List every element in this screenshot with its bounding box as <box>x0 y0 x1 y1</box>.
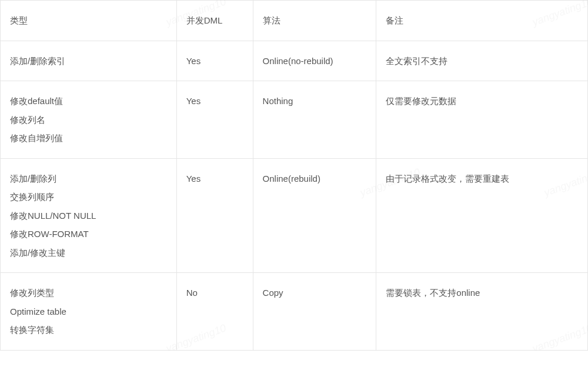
cell-note: 需要锁表，不支持online <box>376 273 588 351</box>
type-line: 交换列顺序 <box>10 188 167 206</box>
type-line: 修改列类型 <box>10 284 167 302</box>
cell-note: 全文索引不支持 <box>376 41 588 81</box>
type-line: 修改default值 <box>10 92 167 111</box>
table-row: 修改列类型 Optimize table 转换字符集 No Copy 需要锁表，… <box>1 273 588 351</box>
header-algo: 算法 <box>253 1 376 41</box>
table-header-row: 类型 并发DML 算法 备注 <box>1 1 588 41</box>
cell-type: 修改列类型 Optimize table 转换字符集 <box>1 273 177 351</box>
ddl-operations-table: 类型 并发DML 算法 备注 添加/删除索引 Yes Online(no-reb… <box>0 0 588 351</box>
header-note: 备注 <box>376 1 588 41</box>
type-line: 添加/删除索引 <box>10 52 167 71</box>
cell-type: 添加/删除索引 <box>1 41 177 81</box>
type-line: 添加/修改主键 <box>10 244 167 262</box>
cell-note: 仅需要修改元数据 <box>376 81 588 159</box>
cell-dml: Yes <box>176 81 253 159</box>
type-line: 转换字符集 <box>10 321 167 339</box>
cell-dml: Yes <box>176 158 253 273</box>
header-dml: 并发DML <box>176 1 253 41</box>
cell-algo: Nothing <box>253 81 376 159</box>
cell-type: 添加/删除列 交换列顺序 修改NULL/NOT NULL 修改ROW-FORMA… <box>1 158 177 273</box>
cell-algo: Copy <box>253 273 376 351</box>
table-row: 添加/删除列 交换列顺序 修改NULL/NOT NULL 修改ROW-FORMA… <box>1 158 588 273</box>
type-line: 添加/删除列 <box>10 169 167 188</box>
type-line: Optimize table <box>10 302 167 321</box>
table-row: 添加/删除索引 Yes Online(no-rebuild) 全文索引不支持 <box>1 41 588 81</box>
cell-dml: No <box>176 273 253 351</box>
type-line: 修改ROW-FORMAT <box>10 225 167 244</box>
cell-algo: Online(no-rebuild) <box>253 41 376 81</box>
cell-note: 由于记录格式改变，需要重建表 <box>376 158 588 273</box>
type-line: 修改NULL/NOT NULL <box>10 206 167 225</box>
cell-algo: Online(rebuild) <box>253 158 376 273</box>
type-line: 修改列名 <box>10 111 167 129</box>
cell-dml: Yes <box>176 41 253 81</box>
header-type: 类型 <box>1 1 177 41</box>
type-line: 修改自增列值 <box>10 129 167 148</box>
table-row: 修改default值 修改列名 修改自增列值 Yes Nothing 仅需要修改… <box>1 81 588 159</box>
cell-type: 修改default值 修改列名 修改自增列值 <box>1 81 177 159</box>
